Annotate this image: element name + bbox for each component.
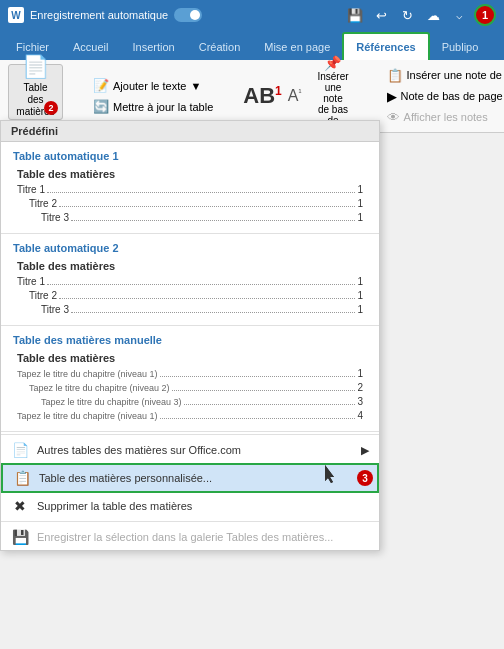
footnote-ab-icon: AB1 bbox=[243, 83, 281, 109]
menu-item-other-tables[interactable]: 📄 Autres tables des matières sur Office.… bbox=[1, 437, 379, 463]
delete-toc-icon: ✖ bbox=[11, 498, 29, 514]
toc-line-3-3: Tapez le titre du chapitre (niveau 3) 3 bbox=[17, 395, 363, 407]
section-2-title: Table automatique 2 bbox=[13, 242, 367, 254]
toc-dots bbox=[184, 395, 356, 405]
menu-divider-1 bbox=[1, 434, 379, 435]
section-2-toc-title: Table des matières bbox=[17, 260, 363, 272]
autosave-toggle[interactable] bbox=[174, 8, 202, 22]
toc-num: 1 bbox=[357, 276, 363, 287]
undo-btn[interactable]: ↩ bbox=[370, 4, 392, 26]
toc-num: 3 bbox=[357, 396, 363, 407]
badge-2: 2 bbox=[44, 101, 58, 115]
show-notes-label: Afficher les notes bbox=[404, 111, 488, 123]
footnote-superscript: A¹ bbox=[288, 64, 302, 128]
toc-dots bbox=[59, 289, 355, 299]
toc-dots bbox=[47, 183, 355, 193]
toc-text: Titre 3 bbox=[41, 212, 69, 223]
toc-dots bbox=[47, 275, 355, 285]
menu-divider-2 bbox=[1, 521, 379, 522]
toc-text: Tapez le titre du chapitre (niveau 1) bbox=[17, 369, 158, 379]
save-btn[interactable]: 💾 bbox=[344, 4, 366, 26]
panel-header: Prédéfini bbox=[1, 121, 379, 142]
toc-num: 1 bbox=[357, 290, 363, 301]
show-notes-icon: 👁 bbox=[387, 110, 400, 125]
autosave-label: Enregistrement automatique bbox=[30, 9, 168, 21]
toc-line-2-2: Titre 2 1 bbox=[17, 289, 363, 301]
menu-item-delete-toc[interactable]: ✖ Supprimer la table des matières bbox=[1, 493, 379, 519]
add-text-label: Ajouter le texte bbox=[113, 80, 186, 92]
update-table-label: Mettre à jour la table bbox=[113, 101, 213, 113]
add-text-btn[interactable]: 📝 Ajouter le texte ▼ bbox=[87, 76, 219, 95]
toc-line-1-2: Titre 2 1 bbox=[17, 197, 363, 209]
show-notes-btn[interactable]: 👁 Afficher les notes bbox=[381, 108, 504, 127]
ribbon-tabs: Fichier Accueil Insertion Création Mise … bbox=[0, 30, 504, 60]
toc-num: 1 bbox=[357, 198, 363, 209]
save-selection-icon: 💾 bbox=[11, 529, 29, 545]
toc-text: Titre 1 bbox=[17, 184, 45, 195]
section-1-title: Table automatique 1 bbox=[13, 150, 367, 162]
section-3-title: Table des matières manuelle bbox=[13, 334, 367, 346]
next-footer-btn[interactable]: ▶ Note de bas de page suivante ▼ bbox=[381, 87, 504, 106]
toc-line-3-2: Tapez le titre du chapitre (niveau 2) 2 bbox=[17, 381, 363, 393]
toc-text: Tapez le titre du chapitre (niveau 2) bbox=[29, 383, 170, 393]
toc-dots bbox=[172, 381, 356, 391]
toc-section-3: Table des matières manuelle Table des ma… bbox=[1, 326, 379, 432]
tab-insertion[interactable]: Insertion bbox=[120, 34, 186, 60]
other-tables-label: Autres tables des matières sur Office.co… bbox=[37, 444, 241, 456]
save-selection-label: Enregistrer la sélection dans la galerie… bbox=[37, 531, 333, 543]
insert-note-btn[interactable]: 📌 Insérer une notede bas de page bbox=[309, 64, 356, 128]
insert-note-icon: 📌 bbox=[324, 55, 341, 71]
menu-item-save-selection: 💾 Enregistrer la sélection dans la galer… bbox=[1, 524, 379, 550]
toc-line-1-1: Titre 1 1 bbox=[17, 183, 363, 195]
profile-btn[interactable]: 1 bbox=[474, 4, 496, 26]
delete-toc-label: Supprimer la table des matières bbox=[37, 500, 192, 512]
custom-toc-icon: 📋 bbox=[13, 470, 31, 486]
toc-text: Titre 1 bbox=[17, 276, 45, 287]
toc-dots bbox=[160, 409, 356, 419]
ribbon-col-1: 📝 Ajouter le texte ▼ 🔄 Mettre à jour la … bbox=[87, 64, 219, 128]
toc-num: 1 bbox=[357, 304, 363, 315]
toc-dropdown-panel: Prédéfini Table automatique 1 Table des … bbox=[0, 120, 380, 551]
insert-footer-label: Insérer une note de fin bbox=[407, 69, 504, 81]
toc-num: 1 bbox=[357, 368, 363, 379]
other-tables-arrow: ▶ bbox=[361, 444, 369, 457]
right-col: 📋 Insérer une note de fin ▶ Note de bas … bbox=[381, 64, 504, 128]
more-btn[interactable]: ⌵ bbox=[448, 4, 470, 26]
other-tables-icon: 📄 bbox=[11, 442, 29, 458]
update-table-btn[interactable]: 🔄 Mettre à jour la table bbox=[87, 97, 219, 116]
title-bar: W Enregistrement automatique 💾 ↩ ↻ ☁ ⌵ 1 bbox=[0, 0, 504, 30]
toc-section-1: Table automatique 1 Table des matières T… bbox=[1, 142, 379, 234]
title-bar-left: W Enregistrement automatique bbox=[8, 7, 202, 23]
cloud-btn[interactable]: ☁ bbox=[422, 4, 444, 26]
section-3-toc-title: Table des matières bbox=[17, 352, 363, 364]
add-text-arrow: ▼ bbox=[190, 80, 201, 92]
toc-num: 1 bbox=[357, 212, 363, 223]
toc-line-3-4: Tapez le titre du chapitre (niveau 1) 4 bbox=[17, 409, 363, 421]
toc-icon: 📄 bbox=[22, 54, 49, 80]
toc-line-2-1: Titre 1 1 bbox=[17, 275, 363, 287]
tab-publipo[interactable]: Publipo bbox=[430, 34, 491, 60]
badge-3: 3 bbox=[357, 470, 373, 486]
custom-toc-label: Table des matières personnalisée... bbox=[39, 472, 212, 484]
profile-initial: 1 bbox=[482, 9, 488, 21]
section-1-toc-title: Table des matières bbox=[17, 168, 363, 180]
next-footer-label: Note de bas de page suivante bbox=[401, 90, 504, 102]
toc-text: Tapez le titre du chapitre (niveau 1) bbox=[17, 411, 158, 421]
toc-line-2-3: Titre 3 1 bbox=[17, 303, 363, 315]
cursor-icon bbox=[325, 465, 337, 483]
insert-footer-btn[interactable]: 📋 Insérer une note de fin bbox=[381, 66, 504, 85]
toc-button[interactable]: 📄 Table desmatières ▼ 2 bbox=[8, 64, 63, 120]
tab-references[interactable]: Références bbox=[342, 32, 429, 60]
add-text-icon: 📝 bbox=[93, 78, 109, 93]
menu-item-custom-toc[interactable]: 📋 Table des matières personnalisée... 3 bbox=[1, 463, 379, 493]
toc-num: 1 bbox=[357, 184, 363, 195]
tab-accueil[interactable]: Accueil bbox=[61, 34, 120, 60]
insert-footer-icon: 📋 bbox=[387, 68, 403, 83]
tab-creation[interactable]: Création bbox=[187, 34, 253, 60]
toc-text: Titre 2 bbox=[29, 290, 57, 301]
word-icon: W bbox=[8, 7, 24, 23]
section-1-preview: Table des matières Titre 1 1 Titre 2 1 T… bbox=[13, 168, 367, 223]
toc-section-2: Table automatique 2 Table des matières T… bbox=[1, 234, 379, 326]
redo-btn[interactable]: ↻ bbox=[396, 4, 418, 26]
next-footer-icon: ▶ bbox=[387, 89, 397, 104]
